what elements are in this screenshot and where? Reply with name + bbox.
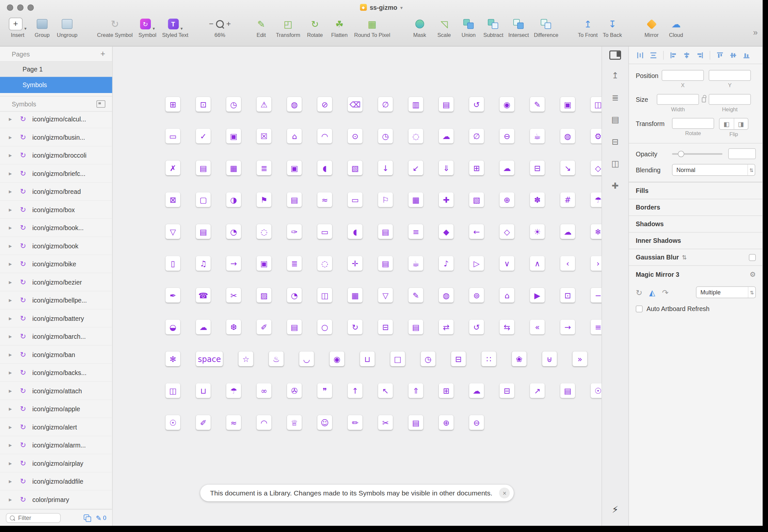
symbol-artboard-tile[interactable]: ≈ (317, 193, 332, 207)
disclosure-triangle-icon[interactable]: ▶ (9, 243, 14, 248)
symbol-artboard-tile[interactable]: ☕ (409, 256, 423, 271)
symbol-artboard-tile[interactable]: ◉ (500, 97, 514, 112)
symbol-artboard-tile[interactable]: ∧ (530, 256, 545, 271)
mirror-button[interactable]: Mirror (642, 17, 661, 38)
symbol-artboard-tile[interactable]: ← (469, 224, 484, 239)
symbol-artboard-tile[interactable]: ∞ (257, 383, 271, 398)
sidebar-symbol-item[interactable]: ▶ ↻ icon/gizmo/bellpe... (0, 291, 112, 310)
disclosure-triangle-icon[interactable]: ▶ (9, 298, 14, 303)
symbol-artboard-tile[interactable]: ✐ (257, 320, 271, 335)
list-view-icon[interactable]: ⊟ (612, 137, 619, 147)
stepper-icon[interactable]: ⇅ (682, 254, 687, 261)
disclosure-triangle-icon[interactable]: ▶ (9, 117, 14, 121)
symbol-artboard-tile[interactable]: ✓ (196, 129, 211, 144)
symbol-artboard-tile[interactable]: ✂ (378, 415, 393, 430)
symbol-artboard-tile[interactable]: ◠ (257, 415, 271, 430)
symbol-artboard-tile[interactable]: ▤ (439, 97, 454, 112)
symbol-artboard-tile[interactable]: ✎ (530, 97, 545, 112)
sidebar-symbol-item[interactable]: ▶ ↻ icon/gizmo/alarm... (0, 436, 112, 455)
symbol-artboard-tile[interactable]: ◇ (591, 161, 602, 175)
symbol-artboard-tile[interactable]: ▣ (287, 161, 302, 175)
to-back-button[interactable]: ↧ To Back (603, 17, 622, 38)
opacity-slider[interactable] (672, 153, 723, 155)
symbol-artboard-tile[interactable]: ▤ (378, 256, 393, 271)
symbol-artboard-tile[interactable]: ▽ (165, 224, 180, 239)
lightning-icon[interactable]: ⚡ (612, 504, 619, 515)
symbol-artboard-tile[interactable]: ☂ (226, 383, 241, 398)
edit-button[interactable]: ✎ Edit (251, 17, 271, 38)
symbol-artboard-tile[interactable]: ⊟ (500, 383, 514, 398)
symbol-artboard-tile[interactable]: ✻ (165, 352, 180, 366)
symbol-artboard-tile[interactable]: ▧ (469, 193, 484, 207)
sidebar-symbol-item[interactable]: ▶ ↻ icon/gizmo/briefc... (0, 164, 112, 183)
symbol-artboard-tile[interactable]: ⊖ (469, 415, 484, 430)
symbol-artboard-tile[interactable]: ✇ (287, 383, 302, 398)
symbol-artboard-tile[interactable]: ◷ (226, 97, 241, 112)
symbol-artboard-tile[interactable]: ↻ (348, 320, 362, 335)
sidebar-symbol-item[interactable]: ▶ ↻ icon/gizmo/book (0, 237, 112, 255)
disclosure-triangle-icon[interactable]: ▶ (9, 497, 14, 502)
title-caret-icon[interactable]: ▾ (400, 5, 403, 10)
symbol-artboard-tile[interactable]: ≣ (287, 256, 302, 271)
sidebar-symbol-item[interactable]: ▶ ↻ icon/gizmo/ban (0, 346, 112, 364)
symbol-artboard-tile[interactable]: ✑ (287, 224, 302, 239)
symbol-artboard-tile[interactable]: ✒ (165, 288, 180, 303)
align-top-icon[interactable] (717, 52, 724, 58)
symbol-artboard-tile[interactable]: ☂ (591, 193, 602, 207)
symbol-artboard-tile[interactable]: ▤ (287, 193, 302, 207)
document-title[interactable]: ◆ ss-gizmo ▾ (360, 4, 403, 11)
distribute-vertically-icon[interactable] (650, 52, 657, 58)
symbol-artboard-tile[interactable]: ≣ (257, 161, 271, 175)
zoom-in-button[interactable]: + (225, 20, 232, 28)
align-right-icon[interactable] (697, 52, 703, 58)
close-button[interactable] (7, 5, 13, 11)
gaussian-blur-checkbox[interactable] (749, 254, 756, 261)
symbol-artboard-tile[interactable]: ▨ (257, 288, 271, 303)
symbol-artboard-tile[interactable]: ✚ (439, 193, 454, 207)
filter-input[interactable] (17, 514, 54, 522)
symbol-artboard-tile[interactable]: ◷ (378, 129, 393, 144)
symbol-artboard-tile[interactable]: ⊟ (530, 161, 545, 175)
symbol-artboard-tile[interactable]: ▢ (196, 193, 211, 207)
print-icon[interactable]: ≣ (612, 93, 619, 102)
position-x-input[interactable] (662, 70, 704, 81)
symbol-artboard-tile[interactable]: ♨ (269, 352, 283, 366)
symbol-artboard-tile[interactable]: ▽ (378, 288, 393, 303)
disclosure-triangle-icon[interactable]: ▶ (9, 280, 14, 284)
symbol-artboard-tile[interactable]: ⊟ (451, 352, 466, 366)
add-image-icon[interactable]: ✚ (612, 181, 619, 191)
magnifier-icon[interactable] (216, 20, 224, 28)
symbol-artboard-tile[interactable]: ✎ (409, 288, 423, 303)
symbol-artboard-tile[interactable]: ≈ (226, 415, 241, 430)
flip-horizontal-icon[interactable]: ◧ (720, 118, 734, 129)
round-to-pixel-button[interactable]: ▦ Round To Pixel (354, 17, 390, 38)
lock-icon[interactable] (702, 98, 706, 102)
symbol-artboard-tile[interactable]: ⊟ (378, 320, 393, 335)
symbol-artboard-tile[interactable]: ◫ (591, 97, 602, 112)
symbol-artboard-tile[interactable]: ⇓ (439, 161, 454, 175)
rotate-button[interactable]: ↻ Rotate (305, 17, 324, 38)
symbol-artboard-tile[interactable]: ⊘ (317, 97, 332, 112)
symbol-artboard-tile[interactable]: ◉ (329, 352, 344, 366)
symbol-artboard-tile[interactable]: ∷ (481, 352, 496, 366)
duplicate-icon[interactable] (84, 514, 91, 521)
symbol-artboard-tile[interactable]: ∨ (500, 256, 514, 271)
symbol-artboard-tile[interactable]: ◷ (421, 352, 435, 366)
sidebar-symbol-item[interactable]: ▶ ↻ icon/gizmo/backs... (0, 364, 112, 382)
blending-dropdown[interactable]: Normal ⇅ (672, 164, 755, 176)
toolbar-overflow-button[interactable]: » (753, 24, 758, 38)
symbol-artboard-tile[interactable]: ☁ (469, 383, 484, 398)
flip-icon[interactable]: ◭ (649, 288, 655, 297)
sidebar-symbol-item[interactable]: ▶ ↻ icon/gizmo/apple (0, 400, 112, 418)
disclosure-triangle-icon[interactable]: ▶ (9, 226, 14, 230)
symbol-artboard-tile[interactable]: ⇑ (409, 383, 423, 398)
sidebar-symbol-item[interactable]: ▶ ↻ icon/gizmo/bread (0, 183, 112, 201)
symbol-artboard-tile[interactable]: ↓ (378, 161, 393, 175)
disclosure-triangle-icon[interactable]: ▶ (9, 388, 14, 393)
symbol-artboard-tile[interactable]: ⊞ (469, 161, 484, 175)
symbol-artboard-tile[interactable]: ✽ (530, 193, 545, 207)
symbol-artboard-tile[interactable]: ✂ (226, 288, 241, 303)
edit-count-badge[interactable]: ✎ 0 (96, 514, 106, 522)
symbol-artboard-tile[interactable]: ≡ (591, 320, 602, 335)
symbol-artboard-tile[interactable]: ◔ (226, 224, 241, 239)
